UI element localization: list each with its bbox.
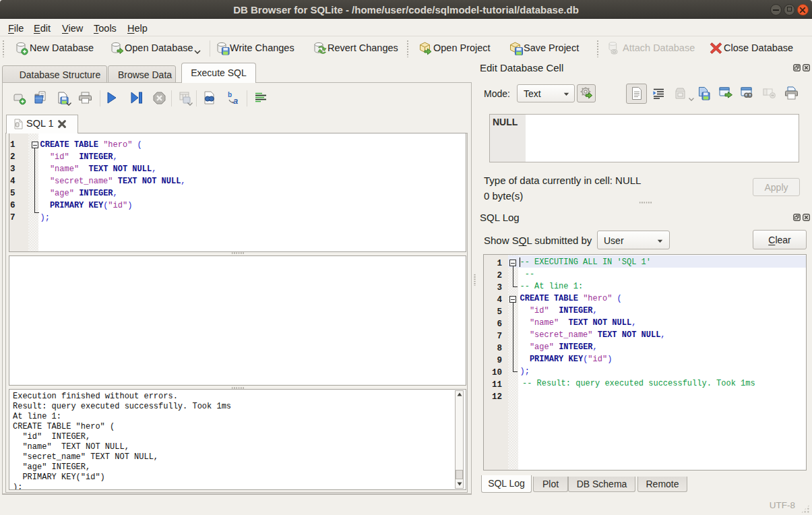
svg-text:a: a bbox=[233, 96, 238, 104]
svg-text:b: b bbox=[228, 91, 232, 98]
